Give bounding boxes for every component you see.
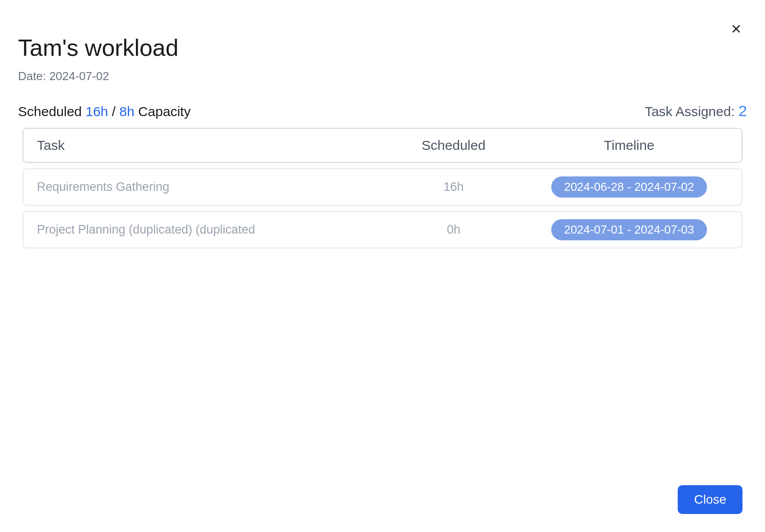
task-name: Requirements Gathering <box>37 180 271 194</box>
col-header-scheduled: Scheduled <box>377 138 530 153</box>
table-row: Project Planning (duplicated) (duplicate… <box>22 211 742 248</box>
timeline-cell: 2024-07-01 - 2024-07-03 <box>530 219 728 240</box>
date-value: 2024-07-02 <box>49 69 109 83</box>
capacity-hours: 8h <box>119 104 134 119</box>
task-assigned: Task Assigned: 2 <box>645 102 747 120</box>
task-assigned-label: Task Assigned: <box>645 104 738 119</box>
timeline-pill: 2024-06-28 - 2024-07-02 <box>551 176 706 198</box>
table-row: Requirements Gathering 16h 2024-06-28 - … <box>22 168 742 206</box>
timeline-cell: 2024-06-28 - 2024-07-02 <box>530 176 728 198</box>
col-header-task: Task <box>37 138 377 153</box>
task-name: Project Planning (duplicated) (duplicate… <box>37 223 271 237</box>
close-button[interactable]: Close <box>678 485 742 514</box>
table-header: Task Scheduled Timeline <box>22 128 742 163</box>
task-scheduled: 16h <box>377 180 530 194</box>
task-scheduled: 0h <box>377 223 530 237</box>
scheduled-label: Scheduled <box>18 104 86 119</box>
summary-row: Scheduled 16h / 8h Capacity Task Assigne… <box>18 102 747 120</box>
task-assigned-count: 2 <box>738 102 747 119</box>
scheduled-separator: / <box>108 104 119 119</box>
page-title: Tam's workload <box>18 34 747 61</box>
task-table: Task Scheduled Timeline Requirements Gat… <box>18 128 747 248</box>
capacity-label: Capacity <box>135 104 191 119</box>
date-prefix: Date: <box>18 69 49 83</box>
scheduled-summary: Scheduled 16h / 8h Capacity <box>18 104 191 119</box>
col-header-timeline: Timeline <box>530 138 728 153</box>
scheduled-hours: 16h <box>86 104 108 119</box>
close-icon[interactable] <box>730 23 742 35</box>
date-label: Date: 2024-07-02 <box>18 69 747 83</box>
timeline-pill: 2024-07-01 - 2024-07-03 <box>551 219 706 240</box>
